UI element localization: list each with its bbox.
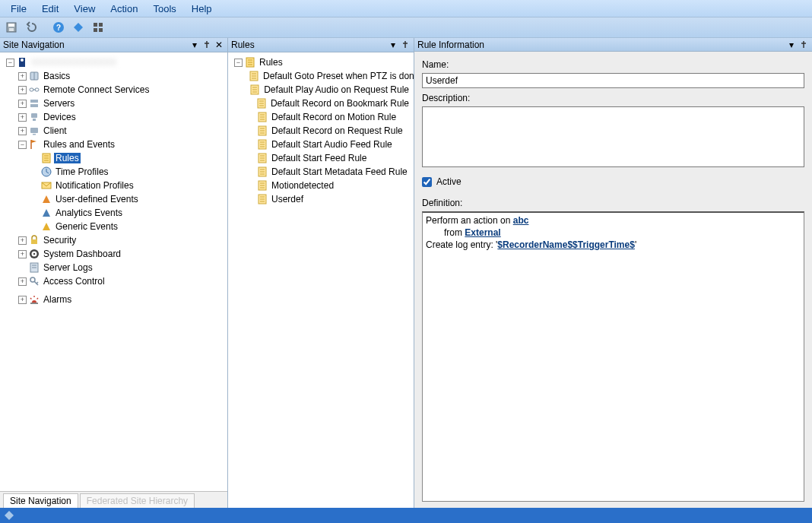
- rule-item-default-start-metadata-feed-rule[interactable]: Default Start Metadata Feed Rule: [245, 165, 412, 179]
- menu-file[interactable]: File: [5, 2, 33, 16]
- alarm-icon: [28, 293, 40, 306]
- menu-edit[interactable]: Edit: [36, 2, 65, 16]
- nav-item-rules[interactable]: Rules: [29, 151, 226, 165]
- collapse-icon[interactable]: −: [234, 59, 243, 67]
- diamond-button[interactable]: [70, 19, 87, 36]
- rule-item-motiondetected[interactable]: Motiondetected: [245, 179, 412, 192]
- aevent-icon: [40, 207, 52, 219]
- pin-icon[interactable]: [798, 40, 809, 50]
- nav-item-servers[interactable]: + Servers: [17, 97, 226, 110]
- svg-rect-6: [99, 23, 103, 27]
- rule-item-userdef[interactable]: Userdef: [245, 192, 412, 206]
- main-area: Site Navigation ▾ ✕ − XXXXXXXXXXXXXX + B…: [0, 38, 812, 508]
- expand-icon[interactable]: +: [18, 100, 27, 108]
- rule-item-default-record-on-motion-rule[interactable]: Default Record on Motion Rule: [245, 110, 412, 124]
- nav-tree-body[interactable]: − XXXXXXXXXXXXXX + Basics + Remote Conne…: [0, 52, 227, 491]
- nav-item-system-dashboard[interactable]: + System Dashboard: [17, 247, 226, 261]
- help-button[interactable]: ?: [50, 19, 67, 36]
- menu-tools[interactable]: Tools: [147, 2, 182, 16]
- rule-item-default-record-on-bookmark-rule[interactable]: Default Record on Bookmark Rule: [245, 97, 412, 110]
- menu-action[interactable]: Action: [104, 2, 144, 16]
- rules-tree-body[interactable]: − Rules Default Goto Preset when PTZ is …: [228, 52, 414, 496]
- expand-icon[interactable]: +: [18, 296, 27, 304]
- rule-icon: [256, 152, 268, 164]
- expand-icon[interactable]: +: [18, 250, 27, 258]
- definition-line-1: Perform an action on abc: [426, 214, 801, 227]
- svg-rect-18: [31, 113, 37, 118]
- pin-icon[interactable]: [201, 40, 212, 50]
- definition-box: Perform an action on abc from External C…: [422, 211, 804, 502]
- nav-item-generic-events[interactable]: Generic Events: [29, 220, 226, 233]
- rules-icon: [40, 152, 52, 164]
- rules-horizontal-scrollbar[interactable]: [228, 496, 414, 508]
- active-row[interactable]: Active: [422, 176, 804, 187]
- dropdown-icon[interactable]: ▾: [388, 40, 398, 50]
- nav-item-notification-profiles[interactable]: Notification Profiles: [29, 179, 226, 192]
- svg-rect-20: [30, 128, 38, 133]
- rules-icon: [244, 56, 256, 68]
- rule-item-label: Userdef: [270, 194, 305, 204]
- expand-icon[interactable]: +: [18, 277, 27, 286]
- rule-icon: [248, 70, 260, 82]
- nav-item-basics[interactable]: + Basics: [17, 69, 226, 83]
- footer-tab-federated[interactable]: Federated Site Hierarchy: [80, 493, 195, 508]
- nav-item-label: Time Profiles: [54, 166, 110, 177]
- nav-item-label: Basics: [42, 71, 71, 81]
- definition-link-source[interactable]: External: [465, 227, 500, 238]
- svg-rect-19: [33, 119, 36, 121]
- expand-icon[interactable]: +: [18, 236, 27, 245]
- nav-item-devices[interactable]: + Devices: [17, 110, 226, 124]
- expand-icon[interactable]: +: [18, 127, 27, 135]
- menu-view[interactable]: View: [68, 2, 101, 16]
- uevent-icon: [40, 193, 52, 205]
- nav-item-client[interactable]: + Client: [17, 124, 226, 138]
- rule-item-default-start-feed-rule[interactable]: Default Start Feed Rule: [245, 151, 412, 165]
- rule-item-default-record-on-request-rule[interactable]: Default Record on Request Rule: [245, 124, 412, 138]
- undo-button[interactable]: [23, 19, 40, 36]
- save-button[interactable]: [3, 19, 20, 36]
- close-icon[interactable]: ✕: [214, 40, 224, 50]
- nav-item-analytics-events[interactable]: Analytics Events: [29, 206, 226, 220]
- rule-item-default-goto-preset-when-ptz-is-don[interactable]: Default Goto Preset when PTZ is don: [245, 69, 412, 83]
- expand-icon[interactable]: +: [18, 86, 27, 94]
- nav-item-server-logs[interactable]: Server Logs: [17, 261, 226, 274]
- expand-icon[interactable]: +: [18, 113, 27, 122]
- description-input[interactable]: [422, 106, 804, 167]
- nav-item-label: Servers: [42, 98, 76, 109]
- dropdown-icon[interactable]: ▾: [786, 40, 797, 50]
- grid-button[interactable]: [90, 19, 106, 36]
- nav-item-security[interactable]: + Security: [17, 233, 226, 247]
- nav-root[interactable]: − XXXXXXXXXXXXXX: [5, 55, 226, 69]
- footer-tab-site-navigation[interactable]: Site Navigation: [3, 493, 78, 508]
- expand-icon[interactable]: +: [18, 72, 27, 81]
- active-checkbox[interactable]: [422, 177, 432, 187]
- help-icon: ?: [52, 21, 65, 33]
- book-icon: [28, 70, 40, 82]
- rules-root[interactable]: − Rules: [233, 55, 412, 69]
- taskbar-app-icon[interactable]: [3, 509, 15, 521]
- nav-item-remote-connect-services[interactable]: + Remote Connect Services: [17, 83, 226, 97]
- nav-item-access-control[interactable]: + Access Control: [17, 274, 226, 288]
- nav-item-rules-and-events[interactable]: − Rules and Events: [17, 138, 226, 151]
- panel-rules: Rules ▾ − Rules Default Goto Preset when…: [228, 38, 414, 508]
- rule-item-default-start-audio-feed-rule[interactable]: Default Start Audio Feed Rule: [245, 138, 412, 151]
- clock-icon: [40, 166, 52, 178]
- name-input[interactable]: [422, 73, 804, 88]
- nav-item-alarms[interactable]: + Alarms: [17, 293, 226, 306]
- svg-point-10: [21, 59, 24, 62]
- collapse-icon[interactable]: −: [6, 59, 14, 67]
- pin-icon[interactable]: [400, 40, 411, 50]
- diamond-icon: [72, 21, 84, 33]
- nav-item-time-profiles[interactable]: Time Profiles: [29, 165, 226, 179]
- rule-icon: [256, 193, 268, 205]
- svg-rect-17: [30, 104, 38, 107]
- rule-icon: [256, 138, 268, 151]
- description-label: Description:: [422, 93, 804, 103]
- menu-help[interactable]: Help: [186, 2, 218, 16]
- dropdown-icon[interactable]: ▾: [189, 40, 200, 50]
- definition-link-event[interactable]: abc: [513, 215, 529, 226]
- rule-item-default-play-audio-on-request-rule[interactable]: Default Play Audio on Request Rule: [245, 83, 412, 97]
- definition-link-logtext[interactable]: $RecorderName$$TriggerTime$: [497, 239, 635, 250]
- nav-item-user-defined-events[interactable]: User-defined Events: [29, 192, 226, 206]
- collapse-icon[interactable]: −: [18, 141, 27, 149]
